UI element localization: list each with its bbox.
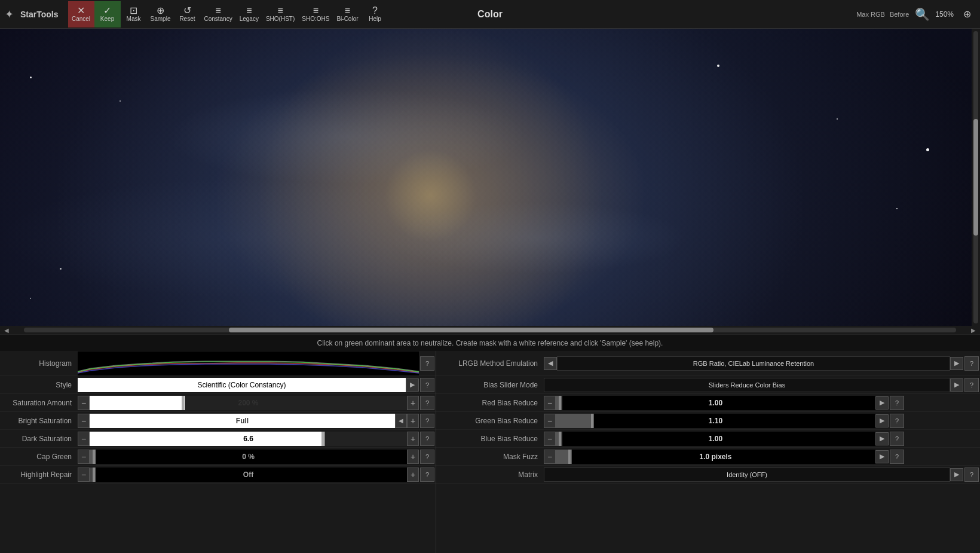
bicolor-button[interactable]: ≡ Bi-Color	[333, 1, 362, 28]
v-scroll-track	[973, 31, 978, 323]
keep-label: Keep	[100, 16, 114, 22]
bicolor-label: Bi-Color	[336, 16, 358, 22]
v-scroll-thumb[interactable]	[973, 119, 978, 236]
constancy-icon: ≡	[215, 6, 220, 16]
saturation-amount-plus[interactable]: +	[407, 396, 419, 410]
saturation-amount-slider[interactable]: 200 %	[90, 396, 407, 410]
keep-button[interactable]: ✓ Keep	[94, 1, 121, 28]
mask-icon: ⊡	[130, 6, 137, 16]
blue-bias-expand[interactable]: ▶	[875, 432, 889, 445]
mask-fuzz-minus[interactable]: −	[544, 450, 556, 464]
matrix-label: Matrix	[436, 470, 544, 479]
highlight-repair-help[interactable]: ?	[420, 468, 434, 482]
image-area[interactable]	[0, 29, 980, 326]
green-bias-help[interactable]: ?	[890, 414, 904, 428]
style-help-button[interactable]: ?	[420, 378, 434, 392]
bias-slider-help[interactable]: ?	[964, 378, 979, 392]
blue-bias-help[interactable]: ?	[890, 432, 904, 446]
mask-fuzz-expand[interactable]: ▶	[875, 450, 889, 463]
highlight-repair-label: Highlight Repair	[0, 470, 78, 479]
bright-saturation-slider[interactable]: Full	[90, 414, 395, 428]
sho-hst-button[interactable]: ≡ SHO(HST)	[262, 1, 298, 28]
star-decoration	[30, 77, 32, 78]
green-bias-minus[interactable]: −	[544, 414, 556, 428]
star-icon: ✦	[5, 8, 18, 21]
saturation-amount-help[interactable]: ?	[420, 396, 434, 410]
legacy-icon: ≡	[246, 6, 252, 16]
cap-green-label: Cap Green	[0, 453, 78, 461]
style-expand-button[interactable]: ▶	[406, 378, 419, 392]
sample-button[interactable]: ⊕ Sample	[147, 1, 174, 28]
blue-bias-minus[interactable]: −	[544, 432, 556, 446]
star-decoration	[30, 298, 31, 299]
sample-label: Sample	[151, 16, 171, 22]
app-name: StarTools	[20, 10, 59, 19]
left-panel: Histogram ? Style	[0, 351, 436, 553]
help-button[interactable]: ? Help	[362, 1, 388, 28]
matrix-help[interactable]: ?	[964, 468, 979, 482]
mask-fuzz-slider[interactable]: 1.0 pixels	[556, 450, 875, 464]
style-value[interactable]: Scientific (Color Constancy)	[78, 378, 406, 392]
cap-green-slider[interactable]: 0 %	[90, 450, 407, 464]
reset-button[interactable]: ↺ Reset	[174, 1, 200, 28]
star-decoration	[837, 118, 838, 120]
dark-saturation-slider[interactable]: 6.6	[90, 432, 407, 446]
horizontal-scrollbar[interactable]: ◀ ▶	[0, 326, 980, 334]
cap-green-minus[interactable]: −	[78, 450, 90, 464]
red-bias-slider[interactable]: 1.00	[556, 396, 875, 410]
scroll-right-arrow[interactable]: ▶	[969, 326, 978, 334]
zoom-in-button[interactable]: ⊕	[958, 6, 975, 23]
legacy-button[interactable]: ≡ Legacy	[236, 1, 262, 28]
blue-bias-slider[interactable]: 1.00	[556, 432, 875, 446]
max-rgb-label: Max RGB	[856, 11, 885, 18]
bias-slider-expand[interactable]: ▶	[950, 378, 963, 392]
mask-fuzz-help[interactable]: ?	[890, 450, 904, 464]
red-bias-expand[interactable]: ▶	[875, 396, 889, 410]
red-bias-help[interactable]: ?	[890, 396, 904, 410]
cap-green-plus[interactable]: +	[407, 450, 419, 464]
bright-saturation-row: Bright Saturation − Full ◀ + ?	[0, 412, 436, 430]
lrgb-prev-button[interactable]: ◀	[544, 357, 557, 370]
shoohs-button[interactable]: ≡ SHO:OHS	[298, 1, 333, 28]
bright-saturation-plus[interactable]: +	[407, 414, 419, 428]
bright-saturation-nav[interactable]: ◀	[395, 414, 407, 428]
star-decoration	[896, 208, 898, 209]
highlight-repair-minus[interactable]: −	[78, 468, 90, 482]
bright-saturation-minus[interactable]: −	[78, 414, 90, 428]
highlight-repair-slider[interactable]: Off	[90, 468, 407, 482]
vertical-scrollbar[interactable]	[972, 29, 980, 326]
scroll-left-arrow[interactable]: ◀	[2, 326, 11, 334]
lrgb-value: RGB Ratio, CIELab Luminance Retention	[557, 356, 950, 371]
highlight-repair-plus[interactable]: +	[407, 468, 419, 482]
blue-bias-row: Blue Bias Reduce − 1.00 ▶ ?	[436, 430, 980, 448]
cancel-label: Cancel	[72, 16, 90, 22]
star-decoration	[717, 65, 719, 67]
highlight-repair-value: Off	[90, 468, 407, 482]
matrix-expand[interactable]: ▶	[950, 468, 963, 481]
dark-saturation-minus[interactable]: −	[78, 432, 90, 446]
saturation-amount-minus[interactable]: −	[78, 396, 90, 410]
saturation-amount-value: 200 %	[90, 396, 407, 410]
mask-button[interactable]: ⊡ Mask	[121, 1, 147, 28]
bright-saturation-help[interactable]: ?	[420, 414, 434, 428]
h-scroll-thumb[interactable]	[229, 328, 713, 332]
logo: ✦ StarTools	[5, 8, 59, 21]
histogram-help-button[interactable]: ?	[420, 356, 434, 371]
cap-green-help[interactable]: ?	[420, 450, 434, 464]
red-bias-minus[interactable]: −	[544, 396, 556, 410]
lrgb-help-button[interactable]: ?	[964, 356, 979, 371]
lrgb-expand-button[interactable]: ▶	[950, 357, 963, 370]
green-bias-slider[interactable]: 1.10	[556, 414, 875, 428]
cancel-button[interactable]: ✕ Cancel	[68, 1, 94, 28]
dark-saturation-plus[interactable]: +	[407, 432, 419, 446]
histogram-canvas[interactable]	[78, 352, 419, 375]
constancy-label: Constancy	[204, 16, 232, 22]
green-bias-expand[interactable]: ▶	[875, 414, 889, 427]
bright-saturation-value: Full	[90, 414, 395, 428]
bias-slider-label: Bias Slider Mode	[436, 381, 544, 389]
star-decoration	[926, 148, 929, 151]
zoom-out-button[interactable]: 🔍	[914, 6, 930, 23]
constancy-button[interactable]: ≡ Constancy	[200, 1, 235, 28]
dark-saturation-value: 6.6	[90, 432, 407, 446]
dark-saturation-help[interactable]: ?	[420, 432, 434, 446]
